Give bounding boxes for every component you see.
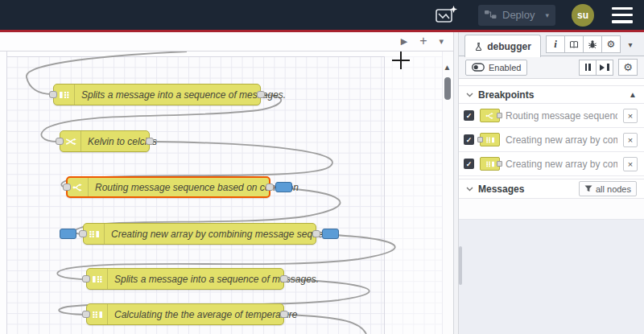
debugger-enabled-toggle[interactable]: Enabled [465, 60, 527, 76]
tab-debugger-label: debugger [487, 41, 531, 52]
deploy-nodes-icon [485, 8, 497, 23]
canvas-scroll-up-icon[interactable]: ▲ [441, 61, 453, 73]
user-avatar[interactable]: su [572, 4, 594, 27]
breakpoint-label: Creating new array by combining message … [506, 134, 617, 146]
mini-port [497, 113, 502, 118]
sidebar-splitter[interactable] [453, 32, 459, 334]
node-input-port[interactable] [79, 230, 87, 237]
toggle-icon [472, 63, 485, 72]
node-label: Splits a message into a sequence of mess… [108, 274, 327, 285]
sidebar-scroll-up-icon[interactable]: ▲ [629, 90, 637, 99]
breakpoint-checkbox[interactable]: ✓ [464, 134, 474, 145]
breakpoints-list: ✓Routing message sequence based on condi… [459, 104, 644, 176]
filter-label: all nodes [596, 184, 631, 194]
node-input-port[interactable] [63, 183, 71, 191]
flow-canvas[interactable]: Splits a message into a sequence of mess… [0, 52, 453, 334]
messages-title: Messages [478, 183, 524, 195]
settings-button[interactable]: ⚙ [601, 35, 621, 53]
breakpoint-row: ✓Creating new array by combining message… [459, 152, 644, 176]
sidebar-options-chevron-icon[interactable]: ▾ [623, 35, 638, 53]
node-output-port[interactable] [280, 311, 288, 318]
switch-node-mini-icon [480, 109, 500, 122]
node-input-port[interactable] [56, 138, 64, 145]
node-label: Calculating the the average of temperatu… [108, 309, 305, 320]
node-output-port[interactable] [266, 183, 274, 191]
deploy-label: Deploy [502, 9, 535, 21]
flask-icon [474, 42, 483, 52]
join-node-mini-icon [480, 133, 500, 146]
flow-chart-sparkle-icon[interactable] [431, 4, 460, 27]
help-book-button[interactable] [564, 35, 584, 53]
breakpoint-checkbox[interactable]: ✓ [464, 159, 474, 169]
debugger-toolbar: Enabled ⚙ [459, 56, 644, 79]
message-filter-button[interactable]: all nodes [579, 181, 637, 196]
tab-scroll-right-icon[interactable]: ▶ [401, 37, 407, 46]
workspace-tabstrip: ▶ + ▾ [0, 32, 453, 52]
mini-port [497, 161, 502, 167]
chevron-down-icon [466, 187, 473, 192]
pause-icon [585, 64, 588, 71]
breakpoint-checkbox[interactable]: ✓ [464, 110, 474, 121]
gear-icon: ⚙ [607, 39, 616, 50]
funnel-icon [584, 185, 592, 192]
sidebar-tabbar: debugger i [459, 32, 644, 56]
breakpoint-delete-button[interactable]: × [623, 133, 638, 147]
message-list-empty [459, 199, 644, 220]
info-button[interactable]: i [546, 35, 565, 53]
enabled-label: Enabled [489, 63, 521, 72]
bug-icon [588, 39, 597, 49]
canvas-scrollbar-thumb[interactable] [444, 77, 451, 100]
breakpoints-title: Breakpoints [478, 89, 534, 101]
mini-port [477, 137, 483, 142]
sidebar-empty-area [459, 220, 644, 334]
flow-node-join[interactable]: Calculating the the average of temperatu… [86, 303, 284, 325]
deploy-button[interactable]: Deploy ▾ [478, 5, 555, 26]
tab-debugger[interactable]: debugger [464, 35, 541, 57]
breakpoint-row: ✓Routing message sequence based on condi… [459, 104, 644, 128]
flow-list-chevron-icon[interactable]: ▾ [439, 37, 444, 46]
node-input-port[interactable] [49, 91, 57, 98]
node-output-port[interactable] [257, 91, 265, 98]
breakpoint-delete-button[interactable]: × [623, 109, 638, 123]
step-next-button[interactable] [596, 60, 613, 76]
node-input-port[interactable] [82, 275, 90, 282]
messages-section-header[interactable]: Messages all nodes [459, 179, 644, 199]
node-output-port[interactable] [146, 138, 154, 145]
debugger-panel: Breakpoints ▲ ✓Routing message sequence … [459, 79, 644, 334]
flow-node-join[interactable]: Creating new array by combining message … [83, 223, 316, 245]
breakpoint-delete-button[interactable]: × [623, 157, 638, 171]
debug-bug-button[interactable] [583, 35, 602, 53]
crosshair-cursor [400, 52, 402, 69]
join-node-mini-icon [480, 157, 500, 171]
debugger-settings-button[interactable]: ⚙ [618, 59, 638, 76]
book-icon [569, 40, 579, 49]
header-bar: Deploy ▾ su [0, 0, 644, 30]
node-label: Routing message sequence based on condit… [89, 182, 307, 193]
node-output-port[interactable] [280, 275, 288, 282]
flow-node-switch[interactable]: Routing message sequence based on condit… [66, 176, 270, 198]
flow-node-change[interactable]: Kelvin to celcius [60, 130, 150, 152]
breakpoints-section-header[interactable]: Breakpoints ▲ [459, 85, 644, 104]
flow-node-split[interactable]: Splits a message into a sequence of mess… [53, 84, 261, 105]
sidebar-scrollbar-thumb[interactable] [459, 246, 462, 285]
gear-icon: ⚙ [623, 61, 633, 73]
breakpoint-badge-input[interactable] [60, 229, 76, 239]
node-red-app: Deploy ▾ su ▶ + ▾ Spli [0, 0, 644, 334]
breakpoint-row: ✓Creating new array by combining message… [459, 128, 644, 152]
step-icon [600, 64, 605, 71]
info-icon: i [554, 38, 557, 51]
add-flow-icon[interactable]: + [419, 35, 427, 47]
sidebar: debugger i [459, 32, 644, 334]
pause-button[interactable] [579, 60, 597, 76]
node-label: Creating new array by combining message … [105, 229, 347, 240]
deploy-chevron-icon[interactable]: ▾ [540, 11, 549, 19]
breakpoint-badge-output[interactable] [322, 229, 339, 239]
breakpoint-badge-output[interactable] [275, 182, 292, 192]
node-input-port[interactable] [82, 311, 90, 318]
chevron-down-icon [466, 93, 473, 97]
node-output-port[interactable] [312, 230, 320, 237]
breakpoint-label: Routing message sequence based on condit… [506, 110, 617, 122]
breakpoint-label: Creating new array by combining message … [506, 159, 617, 170]
main-menu-icon[interactable] [612, 7, 633, 23]
flow-node-split[interactable]: Splits a message into a sequence of mess… [86, 268, 284, 290]
